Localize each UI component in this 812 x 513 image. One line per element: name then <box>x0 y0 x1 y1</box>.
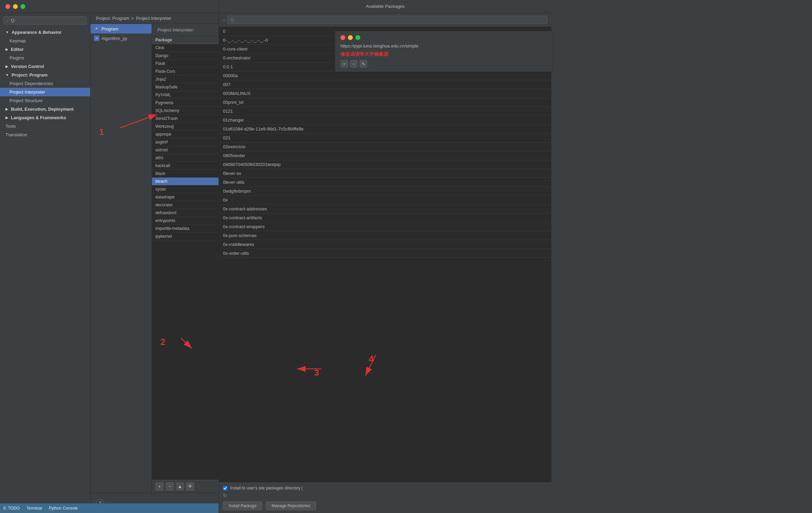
available-package-row[interactable]: 0lever-so <box>219 169 551 178</box>
install-checkbox-row: Install to user's site packages director… <box>223 486 547 490</box>
project-file-icon: P <box>94 26 99 31</box>
avail-packages-list[interactable]: 00-._.-._.-._.-._.-._.-._.-00-core-clien… <box>219 27 551 483</box>
upgrade-package-button[interactable]: ▲ <box>176 482 184 490</box>
url-max-btn[interactable] <box>355 35 360 40</box>
sidebar-item-languages[interactable]: ▶ Languages & Frameworks <box>0 113 90 122</box>
project-file-icon: A <box>94 36 99 41</box>
status-python-console[interactable]: Python Console <box>49 506 78 511</box>
available-package-row[interactable]: 0x-contract-artifacts <box>219 213 551 222</box>
available-package-row[interactable]: 0805nexter <box>219 151 551 160</box>
sidebar-label: Project Structure <box>10 98 43 103</box>
arrow-icon: ▶ <box>5 47 8 51</box>
available-package-row[interactable]: 0x-order-utils <box>219 249 551 258</box>
status-todo[interactable]: 6: TODO <box>3 506 20 511</box>
sidebar-item-appearance[interactable]: ▼ Appearance & Behavior <box>0 28 90 37</box>
sidebar-item-project-structure[interactable]: Project Structure <box>0 96 90 105</box>
todo-label: 6: TODO <box>3 506 20 511</box>
url-toolbar: + − ✎ <box>340 60 547 68</box>
arrow-icon: ▼ <box>5 30 9 34</box>
project-item-label: Algorithm_py <box>101 36 127 41</box>
avail-search-input[interactable] <box>227 16 547 24</box>
available-package-row[interactable]: 0wdg9nbmpm <box>219 187 551 196</box>
sidebar-item-keymap[interactable]: Keymap <box>0 37 90 45</box>
status-terminal[interactable]: Terminal <box>27 506 42 511</box>
available-package-row[interactable]: 01changer <box>219 116 551 125</box>
project-item-label: Program <box>101 26 118 31</box>
available-package-row[interactable]: 00000a <box>219 71 551 80</box>
manage-repositories-button[interactable]: Manage Repositories <box>266 501 316 510</box>
available-package-row[interactable]: 0lever-utils <box>219 178 551 187</box>
sidebar-label: Editor <box>11 47 24 52</box>
arrow-icon: ▶ <box>5 65 8 68</box>
sidebar-label: Translation <box>5 132 27 137</box>
sidebar-label: Languages & Frameworks <box>11 115 66 120</box>
available-package-row[interactable]: 02exercicio <box>219 142 551 151</box>
sidebar-label: Keymap <box>10 38 26 43</box>
add-package-button[interactable]: + <box>155 482 164 490</box>
sidebar-item-editor[interactable]: ▶ Editor <box>0 45 90 54</box>
arrow-icon: ▶ <box>5 107 8 111</box>
avail-search-icon: ⌕ <box>223 18 225 22</box>
avail-window-title: Available Packages <box>366 4 404 9</box>
terminal-label: Terminal <box>27 506 42 511</box>
available-package-row[interactable]: 0x-middlewares <box>219 240 551 249</box>
available-package-row[interactable]: 00print_lol <box>219 98 551 107</box>
available-package-row[interactable]: 0x <box>219 196 551 205</box>
avail-bottom-bar: Install to user's site packages director… <box>219 483 551 513</box>
refresh-icon: ↻ <box>223 493 227 498</box>
sidebar-label: Version Control <box>11 64 44 69</box>
breadcrumb-sep: > <box>131 16 134 21</box>
maximize-button[interactable] <box>20 4 25 9</box>
remove-package-button[interactable]: − <box>166 482 174 490</box>
available-package-row[interactable]: 0x-contract-wrappers <box>219 222 551 231</box>
sidebar-item-tools[interactable]: Tools <box>0 122 90 130</box>
sidebar-label: Appearance & Behavior <box>12 30 62 35</box>
breadcrumb-part1: Project: Program <box>96 16 129 21</box>
available-package-row[interactable]: 0x-json-schemas <box>219 231 551 240</box>
sidebar-label: Project Dependencies <box>10 81 53 86</box>
interpreter-label: Project Interpreter: <box>157 27 194 32</box>
avail-search-bar: ⌕ <box>219 13 551 27</box>
sidebar-label: Project Interpreter <box>10 89 45 95</box>
search-icon: ⌕ <box>6 18 9 23</box>
available-package-row[interactable]: 021 <box>219 134 551 142</box>
sidebar-label: Tools <box>5 124 16 129</box>
available-package-row[interactable]: 0121 <box>219 107 551 116</box>
url-text: https://pypi.tuna.tsinghua.edu.cn/simple <box>340 43 547 48</box>
available-package-row[interactable]: 007 <box>219 80 551 89</box>
project-item-program[interactable]: P Program <box>90 24 152 33</box>
available-package-row[interactable]: 01d61084-d29e-11e9-96d1-7c5cf84ffe8e <box>219 125 551 134</box>
available-package-row[interactable]: 00SMALINUX <box>219 89 551 98</box>
show-package-button[interactable]: 👁 <box>186 482 194 490</box>
sidebar-label: Plugins <box>10 55 24 60</box>
available-package-row[interactable]: 090807040506030201testpip <box>219 160 551 169</box>
sidebar: ⌕ Q- ▼ Appearance & Behavior Keymap ▶ Ed… <box>0 13 90 513</box>
sidebar-search[interactable]: ⌕ Q- <box>3 16 87 25</box>
sidebar-item-vcs[interactable]: ▶ Version Control <box>0 62 90 71</box>
sidebar-item-project-interpreter[interactable]: Project Interpreter <box>0 88 90 96</box>
project-panel: P Program A Algorithm_py <box>90 24 152 493</box>
url-edit-btn[interactable]: ✎ <box>360 60 367 68</box>
close-button[interactable] <box>5 4 10 9</box>
install-checkbox[interactable] <box>223 486 227 490</box>
available-package-row[interactable]: 0x-contract-addresses <box>219 205 551 213</box>
install-label: Install to user's site packages director… <box>230 486 303 490</box>
window-controls <box>5 4 25 9</box>
python-console-label: Python Console <box>49 506 78 511</box>
url-min-btn[interactable] <box>348 35 353 40</box>
sidebar-item-project[interactable]: ▼ Project: Program <box>0 71 90 79</box>
sidebar-nav: ▼ Appearance & Behavior Keymap ▶ Editor … <box>0 28 90 139</box>
url-overlay: https://pypi.tuna.tsinghua.edu.cn/simple… <box>335 31 553 72</box>
sidebar-item-plugins[interactable]: Plugins <box>0 54 90 62</box>
url-remove-btn[interactable]: − <box>350 60 358 68</box>
sidebar-item-translation[interactable]: Translation <box>0 130 90 139</box>
sidebar-item-project-deps[interactable]: Project Dependencies <box>0 79 90 88</box>
url-add-btn[interactable]: + <box>340 60 348 68</box>
minimize-button[interactable] <box>13 4 18 9</box>
project-item-algorithm[interactable]: A Algorithm_py <box>90 33 152 43</box>
url-close-btn[interactable] <box>340 35 345 40</box>
install-package-button[interactable]: Install Package <box>223 501 262 510</box>
arrow-icon: ▶ <box>5 116 8 120</box>
available-packages-window: Available Packages ⌕ 00-._.-._.-._.-._.-… <box>219 0 551 513</box>
sidebar-item-build[interactable]: ▶ Build, Execution, Deployment <box>0 105 90 113</box>
